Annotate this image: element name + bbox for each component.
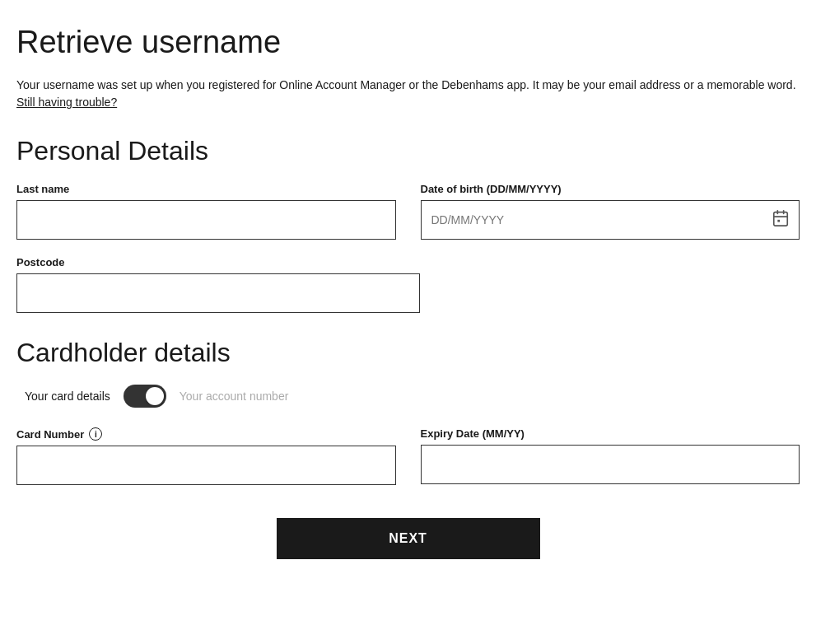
card-expiry-row: Card Number i Expiry Date (MM/YY) [16, 427, 800, 485]
card-number-input[interactable] [16, 446, 396, 485]
dob-group: Date of birth (DD/MM/YYYY) [421, 183, 800, 240]
intro-text: Your username was set up when you regist… [16, 77, 800, 111]
expiry-date-input[interactable] [421, 445, 800, 484]
next-button-wrapper: NEXT [16, 518, 800, 559]
toggle-row: Your card details Your account number [16, 385, 800, 408]
card-number-label-text: Card Number [16, 428, 84, 441]
next-button[interactable]: NEXT [277, 518, 540, 559]
last-name-input[interactable] [16, 200, 396, 240]
card-details-toggle[interactable] [124, 385, 166, 408]
dob-label: Date of birth (DD/MM/YYYY) [421, 183, 800, 195]
trouble-link[interactable]: Still having trouble? [16, 96, 117, 109]
dob-input[interactable] [421, 200, 800, 240]
last-name-label: Last name [16, 183, 396, 195]
postcode-input[interactable] [16, 273, 420, 313]
page-title: Retrieve username [16, 25, 800, 60]
cardholder-details-title: Cardholder details [16, 338, 800, 368]
account-number-label: Your account number [180, 390, 289, 403]
cardholder-details-section: Cardholder details Your card details You… [16, 338, 800, 485]
card-number-info-icon[interactable]: i [89, 427, 102, 441]
toggle-label-text: Your card details [25, 390, 110, 403]
postcode-group: Postcode [16, 256, 420, 313]
name-dob-row: Last name Date of birth (DD/MM/YYYY) [16, 183, 800, 240]
intro-text-content: Your username was set up when you regist… [16, 78, 796, 91]
last-name-group: Last name [16, 183, 396, 240]
personal-details-title: Personal Details [16, 136, 800, 166]
expiry-date-group: Expiry Date (MM/YY) [421, 427, 800, 485]
card-number-label-group: Card Number i [16, 427, 396, 441]
personal-details-section: Personal Details Last name Date of birth… [16, 136, 800, 313]
dob-input-wrapper [421, 200, 800, 240]
toggle-thumb [146, 387, 164, 405]
postcode-row: Postcode [16, 256, 420, 313]
card-number-group: Card Number i [16, 427, 396, 485]
postcode-label: Postcode [16, 256, 420, 268]
expiry-date-label: Expiry Date (MM/YY) [421, 427, 800, 440]
toggle-track [124, 385, 166, 408]
